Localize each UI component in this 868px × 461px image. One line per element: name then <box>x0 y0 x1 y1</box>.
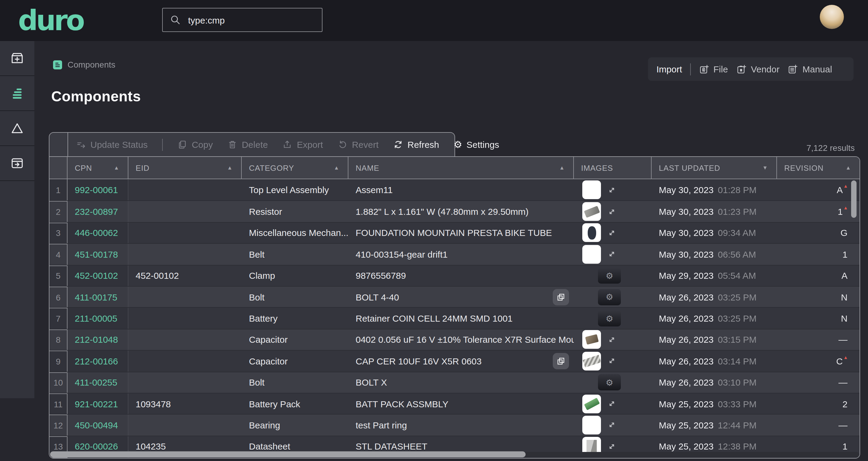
images-cell <box>574 394 652 414</box>
components-icon <box>10 86 25 101</box>
images-cell: ⚙ <box>574 287 652 308</box>
cpn-link[interactable]: 451-00178 <box>75 249 118 259</box>
cpn-link[interactable]: 450-00494 <box>75 420 118 430</box>
table-row[interactable]: 11921-002211093478Battery PackBATT PACK … <box>50 393 860 414</box>
category-cell: Resistor <box>242 201 348 222</box>
cpn-link[interactable]: 452-00102 <box>75 270 118 281</box>
column-header-category[interactable]: CATEGORY▲ <box>242 157 348 179</box>
import-file-button[interactable]: File <box>698 64 728 75</box>
column-header-revision[interactable]: REVISION▲ <box>777 157 860 179</box>
cpn-link[interactable]: 211-00005 <box>75 313 117 323</box>
part-thumbnail[interactable] <box>582 416 601 434</box>
cpn-link[interactable]: 620-00026 <box>75 441 118 452</box>
cpn-link[interactable]: 921-00221 <box>75 399 118 409</box>
part-thumbnail[interactable] <box>582 394 601 413</box>
delete-button[interactable]: Delete <box>227 139 268 150</box>
part-thumbnail[interactable] <box>582 352 601 371</box>
column-header-updated[interactable]: LAST UPDATED▼ <box>652 157 777 179</box>
revision-cell: 2 <box>777 394 860 414</box>
table-row[interactable]: 5452-00102452-00102Clamp9876556789⚙May 2… <box>50 265 860 286</box>
table-row[interactable]: 2232-00897Resistor1.882" L x 1.161" W (4… <box>50 201 860 222</box>
row-number: 9 <box>50 351 67 371</box>
part-thumbnail[interactable] <box>582 180 601 199</box>
table-row[interactable]: 10411-00255BoltBOLT X⚙May 26, 202303:10 … <box>50 371 860 393</box>
images-cell <box>574 179 652 201</box>
duplicate-icon[interactable] <box>553 289 569 305</box>
expand-image-icon[interactable] <box>608 442 616 451</box>
no-image-gear-icon[interactable]: ⚙ <box>598 310 621 326</box>
sidebar-item-new-product[interactable] <box>0 41 34 76</box>
expand-image-icon[interactable] <box>608 399 616 408</box>
column-header-eid[interactable]: EID▲ <box>128 157 242 179</box>
table-row[interactable]: 7211-00005BatteryRetainer COIN CELL 24MM… <box>50 308 860 329</box>
table-row[interactable]: 4451-00178Belt410-003154-gear drift1May … <box>50 243 860 265</box>
components-breadcrumb-icon <box>53 60 62 69</box>
name-cell: BOLT 4-40 <box>355 292 399 302</box>
images-cell <box>574 329 652 350</box>
expand-image-icon[interactable] <box>608 250 616 259</box>
part-thumbnail[interactable] <box>582 245 601 264</box>
update-status-button[interactable]: Update Status <box>76 139 148 150</box>
part-thumbnail[interactable] <box>582 330 601 349</box>
column-header-images[interactable]: IMAGES <box>574 157 652 179</box>
expand-image-icon[interactable] <box>608 357 616 365</box>
table-row[interactable]: 12450-00494Bearingtest Part ringMay 25, … <box>50 414 860 436</box>
export-button[interactable]: Export <box>282 139 323 150</box>
cpn-link[interactable]: 411-00175 <box>75 292 117 302</box>
vertical-scrollbar-thumb[interactable] <box>851 180 856 218</box>
user-avatar[interactable] <box>820 5 844 29</box>
import-vendor-button[interactable]: Vendor <box>736 64 779 75</box>
refresh-button[interactable]: Refresh <box>393 139 439 150</box>
table-row[interactable]: 6411-00175BoltBOLT 4-40⚙May 26, 202303:2… <box>50 286 860 308</box>
expand-image-icon[interactable] <box>608 185 616 194</box>
images-cell <box>574 415 652 436</box>
part-thumbnail[interactable] <box>582 202 601 221</box>
page-title: Components <box>51 88 141 105</box>
table-header-row: CPN▲EID▲CATEGORY▲NAME▲IMAGESLAST UPDATED… <box>50 157 860 179</box>
cpn-link[interactable]: 212-00166 <box>75 356 118 366</box>
expand-image-icon[interactable] <box>608 207 616 216</box>
expand-image-icon[interactable] <box>608 229 616 237</box>
settings-button[interactable]: ⚙Settings <box>454 139 499 150</box>
cpn-link[interactable]: 992-00061 <box>75 185 118 195</box>
cpn-link[interactable]: 212-01048 <box>75 335 118 345</box>
revision-cell: A <box>777 265 860 286</box>
row-number: 12 <box>50 415 67 436</box>
images-cell <box>574 201 652 222</box>
duplicate-icon[interactable] <box>553 353 569 369</box>
cpn-link[interactable]: 446-00062 <box>75 228 118 238</box>
revert-button[interactable]: Revert <box>338 139 378 150</box>
expand-image-icon[interactable] <box>608 336 616 344</box>
sidebar-item-components[interactable] <box>0 76 34 111</box>
table-row[interactable]: 1992-00061Top Level AssemblyAssem11May 3… <box>50 179 860 201</box>
table-row[interactable]: 14445-00513Fabricated Mech...SHIMANO SLX… <box>50 457 860 459</box>
search-input[interactable] <box>187 14 310 26</box>
row-number: 5 <box>50 265 67 286</box>
eid-cell <box>128 308 242 329</box>
no-image-gear-icon[interactable]: ⚙ <box>598 268 621 284</box>
copy-button[interactable]: Copy <box>177 139 213 150</box>
box-arrow-icon <box>10 156 25 171</box>
table-row[interactable]: 8212-01048Capacitor0402 0.056 uF 16 V ±1… <box>50 328 860 350</box>
cpn-link[interactable]: 411-00255 <box>75 377 117 387</box>
part-thumbnail[interactable] <box>582 224 601 242</box>
sidebar-item-release[interactable] <box>0 146 34 181</box>
revision-cell: — <box>777 372 860 393</box>
table-row[interactable]: 3446-00062Miscellaneous Mechan...FOUNDAT… <box>50 222 860 243</box>
breadcrumb[interactable]: Components <box>53 59 116 70</box>
revision-cell: N <box>777 287 860 308</box>
sidebar-item-changes[interactable] <box>0 111 34 146</box>
global-search[interactable] <box>162 8 322 32</box>
no-image-gear-icon[interactable]: ⚙ <box>598 289 621 305</box>
horizontal-scrollbar-thumb[interactable] <box>50 451 526 457</box>
eid-cell <box>128 329 242 350</box>
breadcrumb-label: Components <box>67 60 116 69</box>
last-updated-cell: May 25, 202312:31 PM <box>652 457 777 459</box>
table-row[interactable]: 9212-00166CapacitorCAP CER 10UF 16V X5R … <box>50 350 860 371</box>
import-manual-button[interactable]: Manual <box>787 64 832 75</box>
no-image-gear-icon[interactable]: ⚙ <box>598 374 621 391</box>
expand-image-icon[interactable] <box>608 421 616 429</box>
column-header-name[interactable]: NAME▲ <box>348 157 574 179</box>
column-header-cpn[interactable]: CPN▲ <box>67 157 128 179</box>
cpn-link[interactable]: 232-00897 <box>75 206 118 217</box>
